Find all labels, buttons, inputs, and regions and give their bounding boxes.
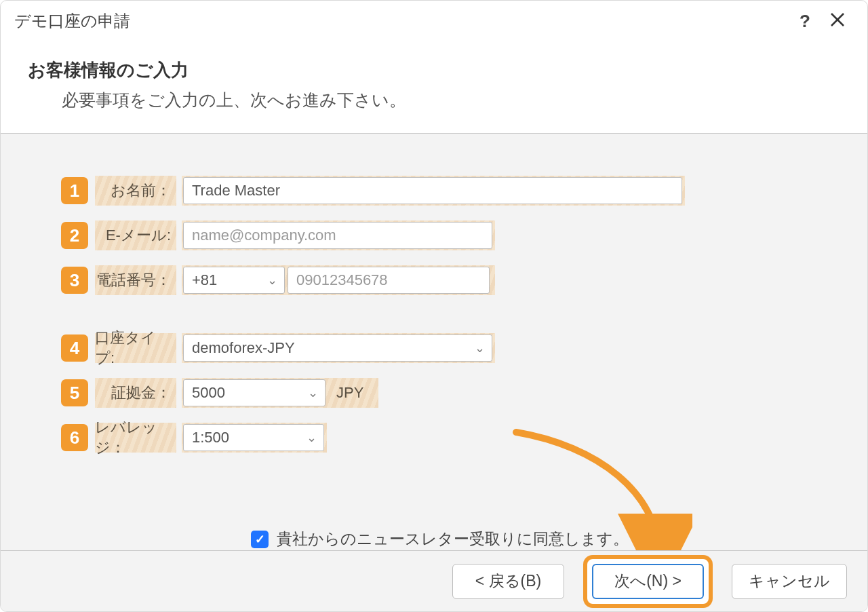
chevron-down-icon: ⌄ — [308, 385, 318, 400]
chevron-down-icon: ⌄ — [307, 430, 317, 445]
label-phone: 電話番号： — [95, 265, 176, 295]
label-name: お名前： — [95, 176, 176, 206]
step-badge-5: 5 — [61, 379, 88, 406]
leverage-value: 1:500 — [192, 429, 229, 446]
step-badge-1: 1 — [61, 177, 88, 204]
label-account-type: 口座タイプ: — [95, 333, 176, 363]
row-leverage: 6 レバレッジ： 1:500 ⌄ — [61, 421, 807, 454]
account-type-value: demoforex-JPY — [192, 339, 295, 357]
close-icon — [830, 12, 845, 27]
dialog-window: デモ口座の申請 ? お客様情報のご入力 必要事項をご入力の上、次へお進み下さい。… — [0, 0, 868, 612]
margin-select[interactable]: 5000 ⌄ — [183, 379, 326, 406]
window-title: デモ口座の申請 — [14, 10, 130, 32]
row-email: 2 E-メール: name@company.com — [61, 219, 807, 252]
check-icon: ✓ — [255, 532, 265, 547]
page-subtitle: 必要事項をご入力の上、次へお進み下さい。 — [62, 89, 840, 111]
name-input[interactable]: Trade Master — [183, 177, 682, 204]
field-margin-wrap: 5000 ⌄ JPY — [182, 378, 378, 408]
phone-placeholder: 09012345678 — [296, 271, 388, 289]
field-leverage-wrap: 1:500 ⌄ — [182, 423, 327, 453]
cancel-button[interactable]: キャンセル — [732, 564, 847, 599]
form-body: 1 お名前： Trade Master 2 E-メール: name@compan… — [1, 134, 867, 561]
margin-currency: JPY — [336, 384, 363, 402]
phone-input[interactable]: 09012345678 — [288, 267, 490, 294]
next-button-highlight: 次へ(N) > — [583, 555, 713, 608]
row-name: 1 お名前： Trade Master — [61, 174, 807, 207]
margin-value: 5000 — [192, 384, 225, 402]
newsletter-checkbox[interactable]: ✓ — [251, 531, 269, 548]
back-button-label: < 戻る(B) — [475, 571, 541, 592]
account-type-select[interactable]: demoforex-JPY ⌄ — [183, 334, 492, 362]
newsletter-label: 貴社からのニュースレター受取りに同意します。 — [277, 529, 629, 550]
footer-buttons: < 戻る(B) 次へ(N) > キャンセル — [1, 550, 867, 611]
field-account-type-wrap: demoforex-JPY ⌄ — [182, 333, 495, 363]
email-placeholder: name@company.com — [192, 227, 336, 244]
step-badge-3: 3 — [61, 267, 88, 294]
row-phone: 3 電話番号： +81 ⌄ 09012345678 — [61, 264, 807, 297]
titlebar: デモ口座の申請 ? — [1, 1, 867, 41]
step-badge-2: 2 — [61, 222, 88, 249]
field-name-wrap: Trade Master — [182, 176, 685, 206]
phone-country-select[interactable]: +81 ⌄ — [183, 267, 285, 294]
field-email-wrap: name@company.com — [182, 221, 495, 250]
label-margin: 証拠金： — [95, 378, 176, 408]
newsletter-checkbox-row: ✓ 貴社からのニュースレター受取りに同意します。 — [61, 529, 807, 550]
chevron-down-icon: ⌄ — [475, 341, 485, 356]
close-button[interactable] — [821, 11, 854, 32]
next-button[interactable]: 次へ(N) > — [592, 564, 704, 599]
cancel-button-label: キャンセル — [749, 571, 830, 592]
chevron-down-icon: ⌄ — [267, 273, 277, 288]
row-margin: 5 証拠金： 5000 ⌄ JPY — [61, 377, 807, 409]
next-button-label: 次へ(N) > — [614, 571, 682, 592]
label-leverage: レバレッジ： — [95, 423, 176, 453]
step-badge-6: 6 — [61, 424, 88, 451]
back-button[interactable]: < 戻る(B) — [452, 564, 564, 599]
page-title: お客様情報のご入力 — [28, 58, 840, 82]
phone-country-value: +81 — [192, 271, 217, 289]
header-section: お客様情報のご入力 必要事項をご入力の上、次へお進み下さい。 — [1, 41, 867, 134]
row-account-type: 4 口座タイプ: demoforex-JPY ⌄ — [61, 332, 807, 364]
help-button[interactable]: ? — [789, 11, 821, 32]
leverage-select[interactable]: 1:500 ⌄ — [183, 424, 324, 451]
field-phone-wrap: +81 ⌄ 09012345678 — [182, 265, 495, 295]
email-input[interactable]: name@company.com — [183, 222, 492, 249]
label-email: E-メール: — [95, 221, 176, 250]
name-value: Trade Master — [192, 182, 280, 199]
step-badge-4: 4 — [61, 334, 88, 362]
